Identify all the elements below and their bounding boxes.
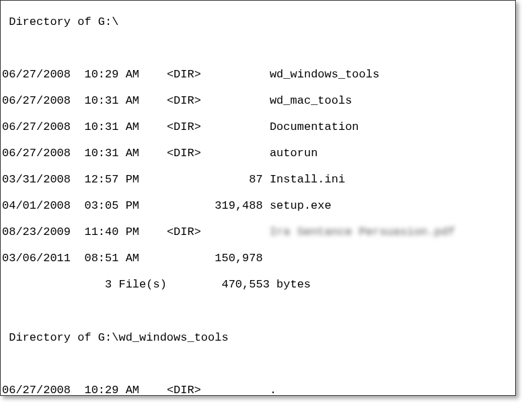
dir-entry: 06/27/2008 10:31 AM <DIR> autorun — [2, 147, 515, 160]
dir-entry: 06/27/2008 10:29 AM <DIR> . — [2, 384, 515, 396]
dir-entry: 06/27/2008 10:29 AM <DIR> wd_windows_too… — [2, 68, 515, 81]
directory-header: Directory of G:\ — [2, 15, 515, 29]
dir-entry: 03/31/2008 12:57 PM 87 Install.ini — [2, 173, 515, 186]
directory-header: Directory of G:\wd_windows_tools — [2, 331, 515, 345]
dir-summary: 3 File(s) 470,553 bytes — [2, 278, 515, 292]
dir-entry: 04/01/2008 03:05 PM 319,488 setup.exe — [2, 199, 515, 213]
blank-line — [2, 42, 515, 55]
dir-entry: 08/23/2009 11:40 PM <DIR> Ira Sentance P… — [2, 226, 515, 239]
terminal-output: Directory of G:\ 06/27/2008 10:29 AM <DI… — [0, 0, 516, 396]
dir-entry: 03/06/2011 08:51 AM 150,978 — [2, 252, 515, 265]
blank-line — [2, 305, 515, 318]
blank-line — [2, 357, 515, 371]
redacted-filename: Ira Sentance Persuasion.pdf — [270, 226, 455, 238]
dir-entry: 06/27/2008 10:31 AM <DIR> Documentation — [2, 121, 515, 134]
dir-entry: 06/27/2008 10:31 AM <DIR> wd_mac_tools — [2, 94, 515, 108]
